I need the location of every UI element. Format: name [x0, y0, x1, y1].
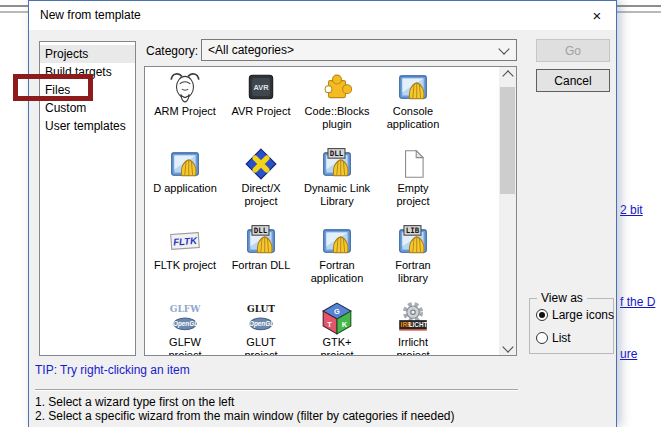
- svg-text:K: K: [342, 320, 348, 329]
- sidebar-item-label: Projects: [45, 47, 88, 61]
- radio-button-icon: [536, 309, 548, 321]
- svg-text:DLL: DLL: [330, 149, 344, 158]
- template-item-label: GTK+project: [320, 336, 353, 356]
- scroll-up-button[interactable]: [499, 67, 516, 84]
- svg-text:FLTK: FLTK: [173, 235, 198, 248]
- gtk-cube-icon: G T K: [320, 301, 354, 335]
- template-item-label: AVR Project: [231, 105, 290, 118]
- sidebar-item-label: Custom: [45, 101, 86, 115]
- directx-diamond-icon: [244, 147, 278, 181]
- radio-label: Large icons: [552, 308, 614, 322]
- template-item-glfw-project[interactable]: GLFW OpenGL GLFWproject: [147, 301, 223, 356]
- view-as-group: View as Large icons List: [529, 298, 614, 354]
- view-as-title: View as: [537, 291, 587, 305]
- lib-window-icon: LIB: [396, 224, 430, 258]
- template-item-label: GLFWproject: [168, 336, 201, 356]
- template-item-label: GLUTproject: [244, 336, 277, 356]
- svg-text:LICHT: LICHT: [409, 321, 428, 328]
- chevron-up-icon: [502, 70, 513, 81]
- cancel-button[interactable]: Cancel: [536, 69, 610, 92]
- new-from-template-dialog: New from template × ProjectsBuild target…: [28, 0, 617, 427]
- svg-text:T: T: [327, 320, 332, 329]
- fltk-logo-icon: FLTK: [168, 224, 202, 258]
- dll-window-icon: DLL: [320, 147, 354, 181]
- template-item-dynamic-link-library[interactable]: DLL Dynamic LinkLibrary: [299, 147, 375, 224]
- sidebar-item-files[interactable]: Files: [40, 81, 135, 99]
- template-item-label: Code::Blocksplugin: [305, 105, 370, 131]
- category-label: Category:: [146, 44, 198, 58]
- close-icon[interactable]: ×: [586, 4, 608, 26]
- template-item-fortran-application[interactable]: Fortranapplication: [299, 224, 375, 301]
- template-item-fltk-project[interactable]: FLTK FLTK project: [147, 224, 223, 301]
- puzzle-piece-icon: [320, 70, 354, 104]
- template-item-label: Fortranapplication: [311, 259, 364, 285]
- svg-text:AVR: AVR: [253, 83, 269, 92]
- app-shell-icon: [396, 70, 430, 104]
- app-shell-icon: [320, 224, 354, 258]
- template-item-label: Emptyproject: [396, 182, 429, 208]
- background-link[interactable]: ure: [620, 347, 637, 361]
- template-item-label: Direct/Xproject: [241, 182, 280, 208]
- radio-large-icons[interactable]: Large icons: [536, 308, 614, 322]
- separator-line: [35, 389, 518, 391]
- background-link[interactable]: 2 bit: [620, 203, 643, 217]
- template-item-label: Consoleapplication: [387, 105, 440, 131]
- template-grid: ARM Project AVR AVR Project Code::Blocks…: [147, 70, 499, 356]
- sidebar-item-projects[interactable]: Projects: [40, 45, 135, 63]
- sidebar-item-label: Build targets: [45, 65, 112, 79]
- sidebar-item-user-templates[interactable]: User templates: [40, 117, 135, 135]
- scrollbar[interactable]: [499, 67, 516, 355]
- template-item-code-blocks-plugin[interactable]: Code::Blocksplugin: [299, 70, 375, 147]
- radio-button-icon: [536, 332, 548, 344]
- template-item-arm-project[interactable]: ARM Project: [147, 70, 223, 147]
- template-item-label: D application: [153, 182, 217, 195]
- category-selected-value: <All categories>: [208, 43, 294, 57]
- template-item-label: Fortran DLL: [232, 259, 291, 272]
- empty-page-icon: [396, 147, 430, 181]
- template-item-d-application[interactable]: D application: [147, 147, 223, 224]
- instructions-text: 1. Select a wizard type first on the lef…: [35, 395, 455, 423]
- template-item-gtk-project[interactable]: G T K GTK+project: [299, 301, 375, 356]
- sidebar-item-custom[interactable]: Custom: [40, 99, 135, 117]
- background-link[interactable]: f the D: [620, 295, 655, 309]
- scroll-down-button[interactable]: [499, 338, 516, 355]
- app-shell-icon: [168, 147, 202, 181]
- template-item-label: Fortranlibrary: [395, 259, 430, 285]
- template-item-fortran-dll[interactable]: DLL Fortran DLL: [223, 224, 299, 301]
- dialog-titlebar: New from template ×: [29, 1, 616, 30]
- glut-opengl-icon: GLUT OpenGL: [244, 301, 278, 335]
- wizard-type-list[interactable]: ProjectsBuild targetsFilesCustomUser tem…: [39, 41, 136, 356]
- svg-text:DLL: DLL: [254, 226, 268, 235]
- template-item-label: ARM Project: [154, 105, 216, 118]
- radio-label: List: [552, 331, 571, 345]
- tip-text: TIP: Try right-clicking an item: [35, 363, 190, 377]
- template-item-fortran-library[interactable]: LIB Fortranlibrary: [375, 224, 451, 301]
- svg-text:OpenGL: OpenGL: [249, 320, 274, 328]
- svg-text:G: G: [334, 307, 340, 316]
- template-item-glut-project[interactable]: GLUT OpenGL GLUTproject: [223, 301, 299, 356]
- glfw-opengl-icon: GLFW OpenGL: [168, 301, 202, 335]
- sidebar-item-label: Files: [45, 83, 70, 97]
- radio-list[interactable]: List: [536, 331, 571, 345]
- template-icon-list: ARM Project AVR AVR Project Code::Blocks…: [144, 66, 517, 356]
- template-item-label: Dynamic LinkLibrary: [304, 182, 370, 208]
- dialog-title: New from template: [40, 8, 141, 22]
- gnu-head-icon: [168, 70, 202, 104]
- scrollbar-thumb[interactable]: [500, 87, 515, 194]
- template-item-direct-x-project[interactable]: Direct/Xproject: [223, 147, 299, 224]
- template-item-empty-project[interactable]: Emptyproject: [375, 147, 451, 224]
- template-item-avr-project[interactable]: AVR AVR Project: [223, 70, 299, 147]
- go-button[interactable]: Go: [536, 39, 610, 62]
- chevron-down-icon: [502, 341, 513, 352]
- chevron-down-icon: [498, 43, 509, 54]
- dll-window-icon: DLL: [244, 224, 278, 258]
- sidebar-item-build-targets[interactable]: Build targets: [40, 63, 135, 81]
- category-dropdown[interactable]: <All categories>: [201, 39, 517, 61]
- irrlicht-gear-icon: IRR LICHT: [396, 301, 430, 335]
- template-item-irrlicht-project[interactable]: IRR LICHT Irrlichtproject: [375, 301, 451, 356]
- template-item-console-application[interactable]: Consoleapplication: [375, 70, 451, 147]
- avr-chip-icon: AVR: [244, 70, 278, 104]
- template-item-label: Irrlichtproject: [396, 336, 429, 356]
- svg-text:LIB: LIB: [406, 226, 420, 235]
- template-item-label: FLTK project: [154, 259, 216, 272]
